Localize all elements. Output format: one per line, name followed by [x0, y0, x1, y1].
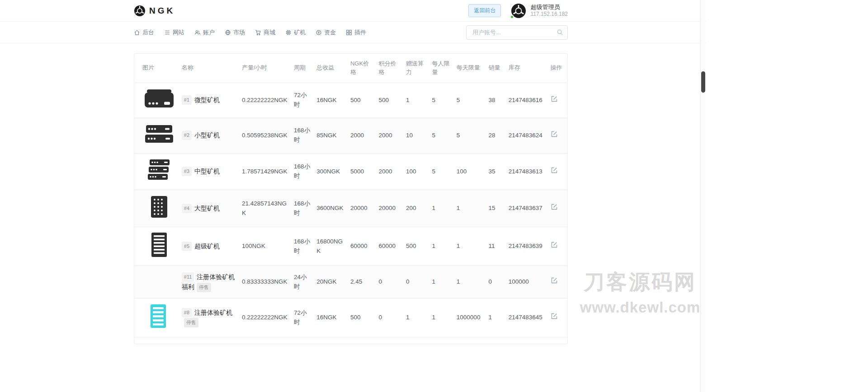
col-ngk-price: NGK价格 — [348, 54, 376, 83]
cell-actions — [548, 299, 567, 337]
cell-day-limit: 1 — [454, 227, 486, 266]
col-point-price: 积分价格 — [376, 54, 403, 83]
cell-point-price: 60000 — [376, 227, 403, 266]
cell-bonus-power: 100 — [403, 153, 429, 190]
cell-point-price: 2000 — [376, 153, 403, 190]
cell-day-limit: 5 — [454, 83, 486, 118]
nav-item-accounts[interactable]: 账户 — [194, 28, 215, 37]
cell-person-limit: 1 — [429, 227, 453, 266]
edit-button[interactable] — [551, 167, 558, 174]
table-row: #11注册体验矿机福利停售 0.83333333NGK 24小时 20NGK 2… — [134, 266, 567, 299]
col-person-limit: 每人限量 — [429, 54, 453, 83]
cell-day-limit: 1000000 — [454, 299, 486, 337]
col-output: 产量/小时 — [239, 54, 291, 83]
cell-ngk-price: 2000 — [348, 118, 376, 153]
edit-button[interactable] — [551, 203, 558, 210]
nav-item-website[interactable]: 网站 — [164, 28, 184, 37]
cell-image — [134, 299, 179, 337]
cell-cycle: 72小时 — [291, 83, 314, 118]
miner-name: 微型矿机 — [194, 96, 220, 103]
cell-actions — [548, 227, 567, 266]
miner-id-badge: #8 — [182, 308, 192, 317]
cell-sales: 0 — [486, 266, 505, 299]
stop-sale-badge: 停售 — [184, 318, 198, 327]
edit-button[interactable] — [551, 131, 558, 138]
cell-stock: 100000 — [506, 266, 548, 299]
nav-label: 网站 — [173, 28, 184, 37]
miner-name: 中型矿机 — [194, 168, 220, 175]
col-stock: 库存 — [506, 54, 548, 83]
edit-button[interactable] — [551, 313, 558, 320]
user-search-box — [466, 25, 568, 40]
miner-table-card: 图片 名称 产量/小时 周期 总收益 NGK价格 积分价格 赠送算力 每人限量 … — [134, 53, 568, 344]
edit-button[interactable] — [551, 95, 558, 103]
miner-name: 小型矿机 — [194, 131, 220, 139]
edit-button[interactable] — [551, 277, 558, 284]
back-to-front-button[interactable]: 返回前台 — [468, 4, 501, 17]
ngk-emblem-icon — [134, 5, 146, 17]
cell-person-limit: 1 — [429, 190, 453, 227]
brand-logo: NGK — [134, 5, 175, 17]
nav-item-mall[interactable]: 商城 — [255, 28, 275, 37]
users-icon — [194, 29, 201, 36]
nav-item-funds[interactable]: 资金 — [316, 28, 336, 37]
nav-item-backend[interactable]: 后台 — [134, 28, 154, 37]
cell-cycle: 168小时 — [291, 118, 314, 153]
table-row: #3中型矿机 1.78571429NGK 168小时 300NGK 5000 2… — [134, 153, 567, 190]
cell-actions — [548, 190, 567, 227]
admin-ip: 117.152.16.182 — [530, 11, 568, 18]
admin-app: NGK 返回前台 超级管理员 117.152.16.18 — [0, 0, 706, 344]
col-day-limit: 每天限量 — [454, 54, 486, 83]
cell-output: 21.42857143NGK — [239, 190, 291, 227]
nav-item-plugins[interactable]: 插件 — [346, 28, 366, 37]
cell-name: #11注册体验矿机福利停售 — [179, 266, 239, 299]
nav-item-market[interactable]: 市场 — [225, 28, 245, 37]
miner-name: 注册体验矿机 — [194, 309, 232, 316]
cell-bonus-power: 1 — [403, 299, 429, 337]
miner-table: 图片 名称 产量/小时 周期 总收益 NGK价格 积分价格 赠送算力 每人限量 … — [134, 54, 567, 337]
cell-person-limit: 5 — [429, 83, 453, 118]
shop-cart-icon — [255, 29, 261, 36]
cell-revenue: 3600NGK — [314, 190, 348, 227]
search-icon[interactable] — [557, 29, 563, 36]
edit-button[interactable] — [551, 241, 558, 248]
cell-sales: 1 — [486, 299, 505, 337]
top-header: NGK 返回前台 超级管理员 117.152.16.18 — [0, 0, 706, 22]
plugin-grid-icon — [346, 29, 352, 36]
table-row: #2小型矿机 0.50595238NGK 168小时 85NGK 2000 20… — [134, 118, 567, 153]
user-search-input[interactable] — [472, 28, 557, 36]
miner-id-badge: #4 — [182, 204, 192, 213]
avatar[interactable] — [511, 3, 526, 19]
scrollbar-thumb[interactable] — [701, 71, 705, 93]
miner-id-badge: #11 — [182, 272, 194, 282]
scrollbar-track[interactable] — [700, 0, 705, 392]
cell-day-limit: 1 — [454, 190, 486, 227]
miner-id-badge: #5 — [182, 242, 192, 251]
edit-icon — [551, 203, 558, 210]
admin-account[interactable]: 超级管理员 117.152.16.182 — [511, 3, 568, 19]
cell-output: 0.22222222NGK — [239, 83, 291, 118]
cell-stock: 2147483639 — [506, 227, 548, 266]
cell-person-limit: 1 — [429, 299, 453, 337]
cell-sales: 11 — [486, 227, 505, 266]
cell-revenue: 20NGK — [314, 266, 348, 299]
cell-sales: 35 — [486, 153, 505, 190]
table-row: #5超级矿机 100NGK 168小时 16800NGK 60000 60000… — [134, 227, 567, 266]
edit-icon — [551, 167, 558, 174]
cell-ngk-price: 2.45 — [348, 266, 376, 299]
miner-id-badge: #3 — [182, 167, 192, 176]
cell-stock: 2147483624 — [506, 118, 548, 153]
miner-image — [142, 88, 176, 110]
table-header-row: 图片 名称 产量/小时 周期 总收益 NGK价格 积分价格 赠送算力 每人限量 … — [134, 54, 567, 83]
cell-output: 1.78571429NGK — [239, 153, 291, 190]
miner-image — [142, 123, 176, 145]
main-nav: 后台 网站 账户 市场 商城 矿机 — [0, 22, 706, 43]
cell-stock: 2147483613 — [506, 153, 548, 190]
nav-label: 市场 — [233, 28, 245, 37]
site-icon — [164, 29, 170, 36]
cell-name: #3中型矿机 — [179, 153, 239, 190]
nav-item-miners[interactable]: 矿机 — [285, 28, 306, 37]
miner-image — [142, 195, 176, 219]
cell-ngk-price: 20000 — [348, 190, 376, 227]
cell-cycle: 168小时 — [291, 227, 314, 266]
